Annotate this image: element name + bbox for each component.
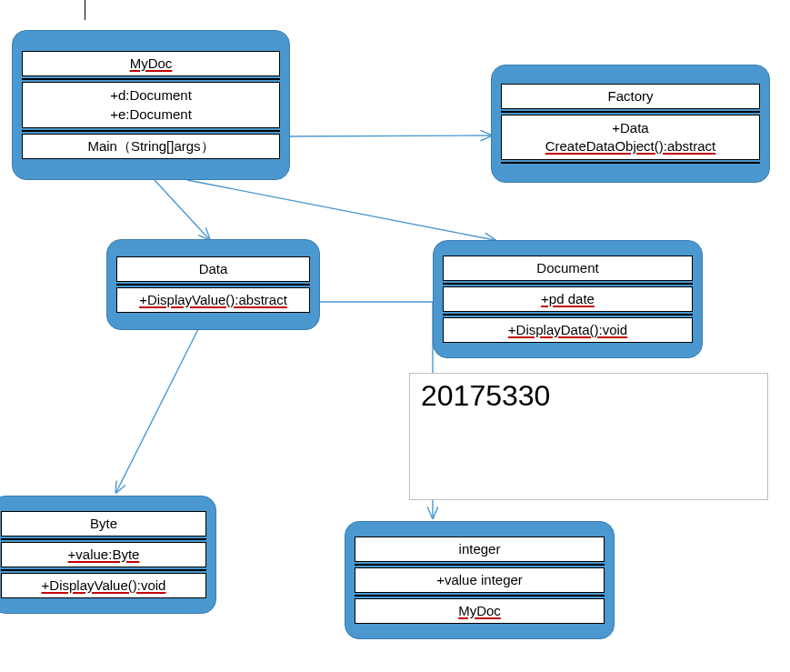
class-integer: integer +value integer MyDoc xyxy=(345,521,615,639)
class-name: Byte xyxy=(1,511,206,537)
class-ops: +DisplayValue():void xyxy=(1,573,206,598)
class-data: Data +DisplayValue():abstract xyxy=(106,239,320,330)
class-ops: +DisplayData():void xyxy=(443,317,693,343)
divider xyxy=(501,111,760,113)
arrow-data-byte xyxy=(116,329,198,492)
class-mydoc: MyDoc +d:Document +e:Document Main（Strin… xyxy=(12,30,290,180)
annotation-id: 20175330 xyxy=(409,373,768,500)
class-name: Document xyxy=(443,256,693,281)
class-ops: +DisplayValue():abstract xyxy=(116,287,310,313)
divider xyxy=(443,283,693,285)
text-cursor xyxy=(85,0,85,20)
class-attrs: +pd date xyxy=(443,286,693,312)
class-name: integer xyxy=(355,537,605,562)
divider xyxy=(22,130,280,132)
class-name: Factory xyxy=(501,84,760,109)
class-ops: Main（String[]args） xyxy=(22,134,280,159)
class-factory: Factory +Data CreateDataObject():abstrac… xyxy=(491,65,770,183)
class-byte: Byte +value:Byte +DisplayValue():void xyxy=(0,496,216,614)
divider xyxy=(116,284,310,286)
class-ops: MyDoc xyxy=(355,598,605,624)
divider xyxy=(1,569,206,571)
divider xyxy=(355,564,605,566)
arrow-mydoc-document xyxy=(187,180,495,240)
divider xyxy=(355,595,605,597)
divider xyxy=(501,162,760,164)
class-name: Data xyxy=(116,256,310,282)
class-name: MyDoc xyxy=(22,51,280,76)
arrow-mydoc-factory xyxy=(290,135,491,136)
divider xyxy=(1,538,206,540)
arrow-mydoc-data xyxy=(155,180,209,239)
class-attrs: +d:Document +e:Document xyxy=(22,82,280,128)
class-attrs: +value integer xyxy=(355,567,605,593)
divider xyxy=(443,314,693,316)
class-ops: +Data CreateDataObject():abstract xyxy=(501,115,760,161)
class-attrs: +value:Byte xyxy=(1,542,206,567)
class-document: Document +pd date +DisplayData():void xyxy=(433,240,703,358)
divider xyxy=(22,78,280,80)
